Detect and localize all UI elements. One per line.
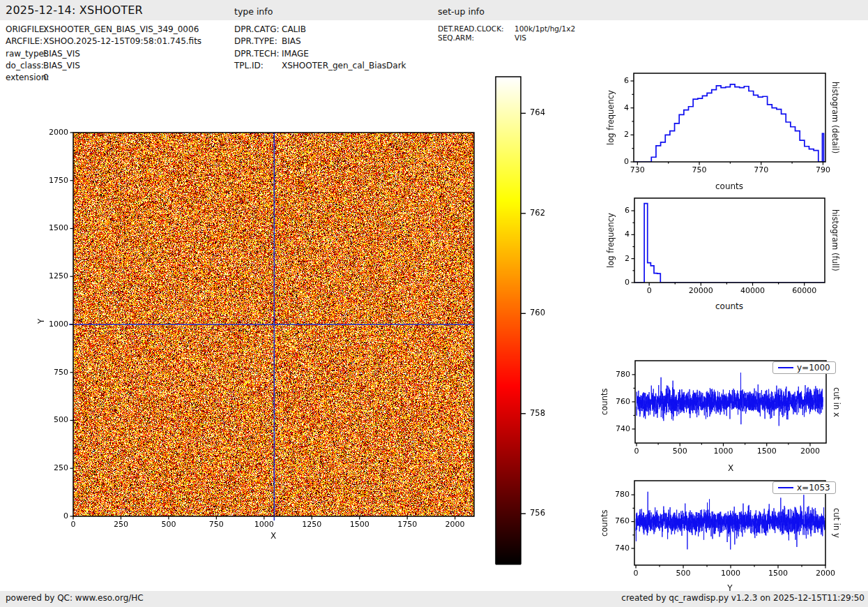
histogram-full-canvas [607, 185, 868, 300]
right-axis-title: histogram (detail) [830, 73, 840, 162]
metadata-value: CALIB [282, 24, 306, 36]
metadata-row: do_class:BIAS_VIS [6, 60, 201, 72]
y-axis-label: log frequency [605, 73, 616, 162]
x-axis-label: counts [687, 301, 771, 311]
y-axis-label: counts [599, 481, 609, 565]
metadata-value: XSHOOTER_GEN_BIAS_VIS_349_0006 [43, 24, 199, 36]
metadata-row: TPL.ID:XSHOOTER_gen_cal_BiasDark [234, 60, 406, 72]
metadata-row: DPR.TECH:IMAGE [234, 48, 406, 60]
x-axis-label: X [720, 463, 741, 473]
metadata-value: BIAS_VIS [43, 48, 80, 60]
metadata-row: raw_type:BIAS_VIS [6, 48, 201, 60]
metadata-row: DET.READ.CLOCK:100k/1pt/hg/1x2 [438, 24, 575, 33]
metadata-label: TPL.ID: [234, 60, 282, 72]
type-info-heading: type info [234, 6, 273, 17]
metadata-label: raw_type: [6, 48, 43, 60]
legend-label: y=1000 [797, 363, 830, 373]
metadata-row: extension:0 [6, 72, 201, 84]
metadata-label: ARCFILE: [6, 36, 43, 47]
y-axis-label: counts [599, 361, 609, 443]
metadata-value: 100k/1pt/hg/1x2 [515, 24, 575, 33]
page-title: 2025-12-14: XSHOOTER [6, 3, 143, 17]
metadata-value: VIS [515, 33, 526, 43]
metadata-label: DET.READ.CLOCK: [438, 24, 515, 33]
metadata-label: do_class: [6, 60, 43, 72]
legend-cut-y: x=1053 [772, 481, 836, 494]
colorbar-canvas [492, 70, 561, 569]
footer-left: powered by QC: www.eso.org/HC [6, 593, 144, 603]
metadata-label: DPR.CATG: [234, 24, 282, 36]
metadata-value: XSHOOTER_gen_cal_BiasDark [282, 60, 406, 72]
histogram-detail-canvas [607, 63, 868, 181]
setup-info-heading: set-up info [438, 6, 485, 17]
metadata-value: XSHOO.2025-12-15T09:58:01.745.fits [43, 36, 201, 47]
x-axis-label: counts [687, 181, 771, 191]
metadata-row: SEQ.ARM:VIS [438, 33, 575, 43]
y-axis-label: Y [36, 307, 47, 335]
metadata-row: DPR.TYPE:BIAS [234, 36, 406, 47]
bias-image-canvas [42, 105, 488, 555]
metadata-row: DPR.CATG:CALIB [234, 24, 406, 36]
metadata-label: extension: [6, 72, 43, 84]
right-axis-title: histogram (full) [830, 198, 840, 283]
setup-info-block: DET.READ.CLOCK:100k/1pt/hg/1x2 SEQ.ARM:V… [438, 24, 575, 43]
metadata-value: BIAS_VIS [43, 60, 80, 72]
metadata-value: 0 [43, 72, 49, 84]
legend-cut-x: y=1000 [772, 361, 836, 374]
metadata-label: ORIGFILE: [6, 24, 43, 36]
file-info-block: ORIGFILE:XSHOOTER_GEN_BIAS_VIS_349_0006 … [6, 24, 201, 84]
metadata-value: BIAS [282, 36, 301, 47]
legend-label: x=1053 [797, 483, 830, 493]
y-axis-label: log frequency [605, 198, 616, 283]
metadata-label: DPR.TYPE: [234, 36, 282, 47]
metadata-row: ARCFILE:XSHOO.2025-12-15T09:58:01.745.fi… [6, 36, 201, 47]
legend-line-sample [778, 367, 793, 368]
type-info-block: DPR.CATG:CALIB DPR.TYPE:BIAS DPR.TECH:IM… [234, 24, 406, 72]
qc-report-page: 2025-12-14: XSHOOTER type info set-up in… [0, 0, 868, 607]
metadata-row: ORIGFILE:XSHOOTER_GEN_BIAS_VIS_349_0006 [6, 24, 201, 36]
metadata-label: DPR.TECH: [234, 48, 282, 60]
metadata-label: SEQ.ARM: [438, 33, 515, 43]
metadata-value: IMAGE [282, 48, 309, 60]
footer-right: created by qc_rawdisp.py v1.2.3 on 2025-… [621, 593, 865, 603]
x-axis-label: X [263, 531, 284, 541]
legend-line-sample [778, 487, 793, 488]
